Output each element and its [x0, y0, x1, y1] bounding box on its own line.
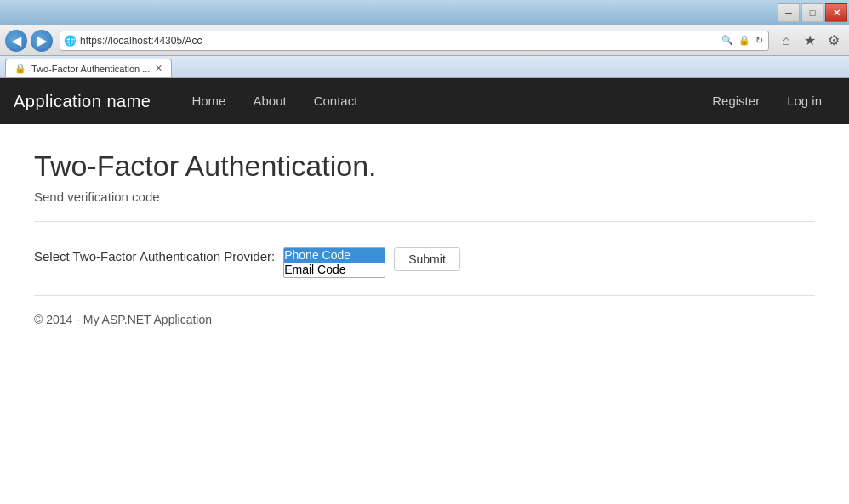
app-brand[interactable]: Application name [14, 92, 164, 111]
tab-favicon: 🔒 [14, 63, 26, 74]
page-title: Two-Factor Authentication. [34, 150, 815, 183]
maximize-button[interactable]: □ [801, 3, 823, 22]
active-tab[interactable]: 🔒 Two-Factor Authentication ... ✕ [5, 59, 172, 77]
nav-about[interactable]: About [239, 78, 299, 124]
address-bar-actions: 🔍 🔒 ↻ [720, 35, 765, 46]
browser-toolbar: ◀ ▶ 🌐 🔍 🔒 ↻ ⌂ ★ ⚙ [0, 25, 849, 56]
submit-button[interactable]: Submit [394, 247, 460, 271]
tab-bar: 🔒 Two-Factor Authentication ... ✕ [0, 56, 849, 78]
favorites-button[interactable]: ★ [800, 31, 820, 51]
refresh-button[interactable]: ↻ [754, 35, 765, 46]
lock-button[interactable]: 🔒 [737, 35, 752, 46]
browser-toolbar-right: ⌂ ★ ⚙ [776, 31, 844, 51]
back-icon: ◀ [12, 34, 21, 48]
address-input[interactable] [80, 35, 716, 47]
close-button[interactable]: ✕ [825, 3, 847, 22]
tab-close-button[interactable]: ✕ [155, 63, 162, 74]
browser-window: ─ □ ✕ ◀ ▶ 🌐 🔍 🔒 ↻ ⌂ ★ ⚙ 🔒 [0, 0, 849, 504]
back-button[interactable]: ◀ [5, 30, 27, 52]
address-bar-container: 🌐 🔍 🔒 ↻ [60, 31, 769, 51]
navbar-links: Home About Contact [178, 78, 371, 124]
email-option[interactable]: Email Code [284, 263, 385, 277]
nav-register[interactable]: Register [698, 78, 773, 124]
tab-title: Two-Factor Authentication ... [31, 64, 150, 74]
title-bar-buttons: ─ □ ✕ [778, 0, 849, 25]
footer-text: © 2014 - My ASP.NET Application [34, 313, 815, 326]
nav-login[interactable]: Log in [773, 78, 835, 124]
search-button[interactable]: 🔍 [720, 35, 735, 46]
provider-form-group: Select Two-Factor Authentication Provide… [34, 247, 815, 278]
navbar-right: Register Log in [698, 78, 835, 124]
forward-icon: ▶ [37, 34, 47, 48]
provider-label: Select Two-Factor Authentication Provide… [34, 247, 275, 263]
nav-contact[interactable]: Contact [300, 78, 372, 124]
minimize-button[interactable]: ─ [778, 3, 800, 22]
provider-select[interactable]: Phone Code Email Code [283, 247, 385, 278]
forward-button[interactable]: ▶ [31, 30, 53, 52]
settings-button[interactable]: ⚙ [823, 31, 844, 51]
top-divider [34, 221, 815, 222]
page-subtitle: Send verification code [34, 190, 815, 204]
nav-home[interactable]: Home [178, 78, 239, 124]
app-navbar: Application name Home About Contact Regi… [0, 78, 849, 124]
phone-option[interactable]: Phone Code [284, 248, 385, 263]
bottom-divider [34, 295, 815, 296]
home-button[interactable]: ⌂ [776, 31, 796, 51]
title-bar: ─ □ ✕ [0, 0, 849, 25]
page-icon: 🌐 [64, 35, 77, 47]
main-content: Two-Factor Authentication. Send verifica… [0, 124, 849, 504]
